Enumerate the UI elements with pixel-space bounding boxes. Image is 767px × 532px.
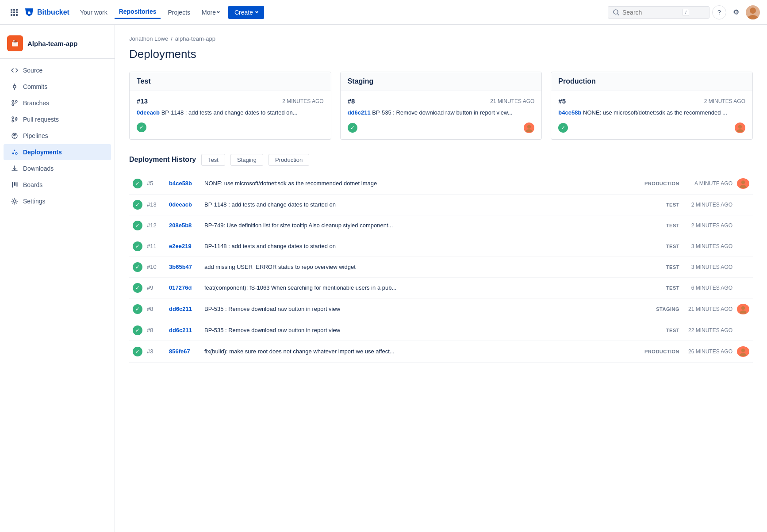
breadcrumb-repo[interactable]: alpha-team-app (175, 35, 215, 42)
staging-deploy-msg: BP-535 : Remove download raw button in r… (372, 109, 512, 116)
breadcrumb-user[interactable]: Jonathon Lowe (129, 35, 168, 42)
settings-nav-icon (11, 197, 19, 205)
search-kbd: / (683, 9, 689, 16)
production-deploy-time: 2 MINUTES AGO (704, 98, 745, 104)
svg-rect-8 (16, 14, 18, 16)
sidebar-item-pipelines[interactable]: Pipelines (4, 128, 111, 144)
main-content: Jonathon Lowe / alpha-team-app Deploymen… (115, 25, 767, 532)
svg-point-12 (748, 15, 758, 19)
row4-msg: add missing USER_ERROR status to repo ov… (204, 264, 631, 270)
source-icon (11, 66, 19, 74)
svg-rect-30 (14, 182, 15, 186)
row0-time: A MINUTE AGO (684, 180, 732, 187)
search-input[interactable] (622, 9, 680, 16)
staging-deploy-check: ✓ (348, 123, 357, 133)
row0-hash[interactable]: b4ce58b (169, 180, 200, 187)
history-tab-production[interactable]: Production (268, 154, 309, 166)
row2-time: 2 MINUTES AGO (684, 222, 732, 229)
history-row: ✓ #8 dd6c211 BP-535 : Remove download ra… (129, 299, 753, 320)
svg-rect-27 (12, 153, 14, 154)
history-row: ✓ #9 017276d feat(component): fS-1063 Wh… (129, 278, 753, 299)
your-work-nav[interactable]: Your work (76, 6, 112, 19)
row3-time: 3 MINUTES AGO (684, 243, 732, 249)
row2-msg: BP-749: Use definition list for size too… (204, 222, 631, 229)
sidebar-item-deployments[interactable]: Deployments (4, 144, 111, 160)
svg-rect-3 (11, 11, 12, 13)
sidebar-item-pull-requests[interactable]: Pull requests (4, 111, 111, 127)
sidebar-item-settings[interactable]: Settings (4, 193, 111, 209)
sidebar-item-branches[interactable]: Branches (4, 95, 111, 111)
row1-env: TEST (635, 202, 679, 207)
projects-nav[interactable]: Projects (163, 6, 195, 19)
sidebar-item-source[interactable]: Source (4, 62, 111, 78)
repositories-nav[interactable]: Repositories (115, 5, 161, 19)
svg-point-40 (740, 310, 747, 314)
nav-grid-icon[interactable] (7, 5, 21, 19)
deploy-card-staging-header: Staging (341, 72, 542, 91)
row0-env: PRODUCTION (635, 181, 679, 186)
svg-point-41 (741, 348, 745, 352)
create-button[interactable]: Create (228, 6, 264, 19)
row8-hash[interactable]: 856fe67 (169, 348, 200, 355)
row3-env: TEST (635, 244, 679, 249)
row5-env: TEST (635, 285, 679, 291)
row8-time: 26 MINUTES AGO (684, 348, 732, 355)
row3-num: #11 (147, 243, 165, 249)
row0-num: #5 (147, 180, 165, 187)
logo[interactable]: Bitbucket (24, 7, 69, 18)
row4-num: #10 (147, 264, 165, 270)
sidebar-item-boards[interactable]: Boards (4, 177, 111, 193)
history-title: Deployment History (129, 156, 196, 164)
boards-icon (11, 181, 19, 189)
row4-hash[interactable]: 3b65b47 (169, 264, 200, 270)
history-row: ✓ #10 3b65b47 add missing USER_ERROR sta… (129, 257, 753, 278)
row2-hash[interactable]: 208e5b8 (169, 222, 200, 229)
sidebar-item-downloads[interactable]: Downloads (4, 161, 111, 176)
row2-check: ✓ (133, 221, 142, 230)
more-nav[interactable]: More (197, 6, 224, 19)
pull-requests-icon (11, 115, 19, 123)
staging-deploy-hash[interactable]: dd6c211 (348, 109, 371, 116)
row1-check: ✓ (133, 200, 142, 210)
history-section: Deployment History Test Staging Producti… (129, 154, 753, 363)
row6-hash[interactable]: dd6c211 (169, 306, 200, 312)
history-row: ✓ #8 dd6c211 BP-535 : Remove download ra… (129, 320, 753, 341)
row1-num: #13 (147, 201, 165, 208)
production-deploy-avatar (735, 122, 745, 133)
branches-icon (11, 99, 19, 107)
svg-point-22 (12, 117, 14, 119)
row1-hash[interactable]: 0deeacb (169, 201, 200, 208)
svg-point-42 (740, 353, 747, 356)
svg-point-11 (750, 8, 756, 14)
search-icon (613, 9, 620, 16)
history-tab-staging[interactable]: Staging (230, 154, 263, 166)
row7-hash[interactable]: dd6c211 (169, 327, 200, 333)
more-chevron-icon (217, 10, 220, 13)
staging-deploy-num: #8 (348, 97, 355, 105)
row7-msg: BP-535 : Remove download raw button in r… (204, 327, 631, 333)
svg-rect-5 (16, 11, 18, 13)
row3-hash[interactable]: e2ee219 (169, 243, 200, 249)
sidebar-item-commits[interactable]: Commits (4, 79, 111, 95)
svg-point-39 (741, 306, 745, 310)
row0-avatar (737, 178, 749, 189)
history-row: ✓ #3 856fe67 fix(build): make sure root … (129, 341, 753, 363)
row2-env: TEST (635, 223, 679, 228)
test-deploy-hash[interactable]: 0deeacb (137, 109, 160, 116)
help-icon: ? (717, 9, 721, 16)
row6-env: STAGING (635, 306, 679, 312)
help-button[interactable]: ? (712, 5, 726, 19)
row4-check: ✓ (133, 262, 142, 272)
row5-hash[interactable]: 017276d (169, 284, 200, 291)
history-list: ✓ #5 b4ce58b NONE: use microsoft/dotnet:… (129, 173, 753, 363)
production-deploy-hash[interactable]: b4ce58b (558, 109, 581, 116)
pipelines-icon (11, 132, 19, 140)
history-tab-test[interactable]: Test (201, 154, 225, 166)
user-avatar[interactable] (746, 5, 760, 19)
search-box[interactable]: / (608, 6, 709, 19)
row8-check: ✓ (133, 347, 142, 356)
row3-msg: BP-1148 : add tests and change dates to … (204, 243, 631, 249)
settings-button[interactable]: ⚙ (729, 5, 743, 19)
production-deploy-check: ✓ (558, 123, 568, 133)
svg-rect-29 (12, 182, 13, 188)
